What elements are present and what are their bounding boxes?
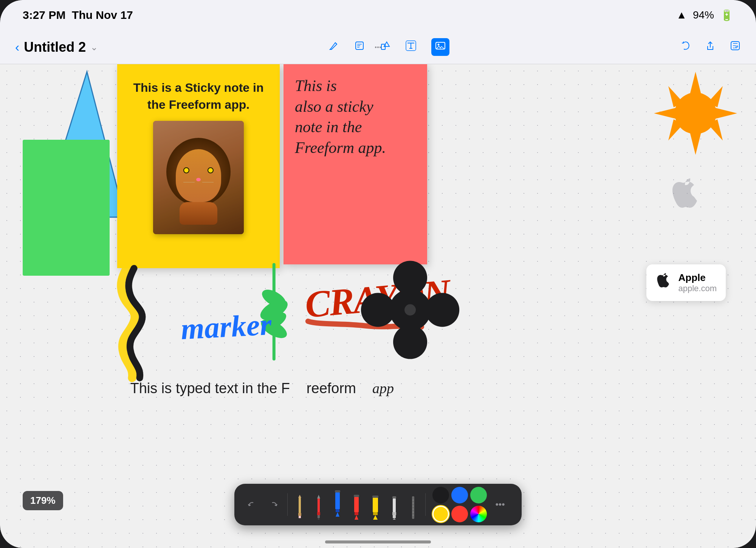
svg-marker-44 [336, 512, 339, 517]
svg-rect-51 [373, 512, 378, 515]
color-black[interactable] [432, 487, 449, 503]
redo-tool-button[interactable] [264, 495, 284, 514]
svg-point-4 [437, 44, 439, 46]
svg-rect-45 [354, 495, 359, 497]
svg-text:This is typed text in the F: This is typed text in the F [130, 380, 290, 396]
marker-blue-tool[interactable] [329, 486, 346, 517]
svg-rect-54 [393, 499, 396, 512]
svg-marker-57 [393, 518, 396, 520]
svg-rect-33 [299, 498, 301, 513]
svg-point-7 [675, 93, 716, 134]
apple-link-logo-icon [655, 273, 672, 293]
document-title: Untitled 2 [24, 39, 86, 55]
status-time: 3:27 PM Thu Nov 17 [23, 9, 133, 22]
svg-rect-38 [317, 512, 320, 515]
svg-marker-52 [373, 515, 378, 520]
svg-rect-50 [373, 498, 378, 512]
toolbar-separator-2 [425, 493, 426, 516]
share-button[interactable] [705, 40, 716, 54]
zoom-level-badge: 179% [23, 491, 63, 510]
svg-point-22 [391, 291, 429, 329]
pen-tool[interactable] [310, 489, 327, 520]
svg-rect-56 [393, 515, 396, 518]
color-blue[interactable] [451, 487, 468, 503]
svg-point-26 [425, 293, 459, 327]
color-red[interactable] [451, 506, 468, 522]
svg-point-16 [257, 296, 291, 324]
marker-red-tool[interactable] [348, 489, 365, 520]
svg-point-24 [393, 325, 427, 359]
svg-point-19 [259, 309, 289, 333]
apple-logo-decoration [669, 178, 703, 213]
svg-rect-55 [392, 512, 396, 515]
apple-link-url: apple.com [678, 284, 717, 293]
cat-photo[interactable] [153, 121, 244, 234]
svg-rect-46 [354, 497, 359, 512]
undo-button[interactable] [680, 40, 691, 54]
apple-link-card[interactable]: Apple apple.com [646, 264, 726, 301]
svg-rect-39 [318, 515, 320, 518]
svg-rect-58 [412, 496, 414, 519]
nav-center-tools [328, 38, 449, 56]
media-tool-button[interactable] [431, 38, 449, 56]
color-palette [432, 487, 487, 522]
svg-marker-40 [318, 518, 320, 520]
battery-percentage: 94% [693, 9, 714, 21]
svg-rect-47 [355, 512, 358, 515]
svg-marker-10 [690, 132, 701, 155]
title-chevron-icon[interactable]: ⌄ [90, 42, 98, 52]
red-sticky-note[interactable]: This isalso a stickynote in theFreeform … [284, 64, 427, 264]
red-sticky-text: This isalso a stickynote in theFreeform … [295, 76, 416, 158]
color-green[interactable] [470, 487, 487, 503]
marker-yellow-tool[interactable] [367, 489, 384, 520]
pen-tool-button[interactable] [328, 40, 339, 54]
back-button[interactable]: ‹ [15, 40, 19, 54]
text-tool-button[interactable] [406, 40, 416, 54]
yellow-sticky-note[interactable]: This is a Sticky note in the Freeform ap… [117, 64, 280, 268]
svg-rect-42 [335, 492, 340, 509]
svg-rect-53 [392, 496, 396, 499]
svg-rect-34 [298, 513, 301, 516]
undo-tool-button[interactable] [242, 495, 262, 514]
svg-text:CRAYON: CRAYON [304, 271, 454, 326]
note-tool-button[interactable] [354, 40, 365, 54]
apple-link-name: Apple [678, 272, 717, 284]
svg-point-25 [361, 293, 395, 327]
svg-point-18 [258, 316, 290, 342]
svg-point-17 [259, 286, 289, 311]
svg-text:marker: marker [180, 308, 273, 346]
svg-marker-32 [298, 495, 301, 498]
nav-dots: ●●● [375, 45, 381, 49]
ruler-tool[interactable] [405, 489, 421, 520]
wifi-icon: ▲ [676, 9, 687, 21]
svg-marker-48 [355, 515, 358, 520]
color-yellow[interactable] [432, 506, 449, 522]
home-indicator [325, 540, 431, 543]
sun-shape[interactable] [650, 68, 741, 160]
svg-point-23 [393, 261, 427, 295]
svg-marker-8 [690, 72, 701, 94]
canvas-area[interactable]: This is a Sticky note in the Freeform ap… [0, 64, 756, 548]
svg-marker-11 [654, 108, 677, 119]
toolbar-more-button[interactable]: ••• [491, 495, 510, 514]
nav-bar: ‹ Untitled 2 ⌄ ●●● [0, 30, 756, 64]
apple-link-info: Apple apple.com [678, 272, 717, 293]
svg-rect-41 [335, 490, 340, 492]
yellow-sticky-text: This is a Sticky note in the Freeform ap… [132, 79, 265, 113]
green-rectangle-shape[interactable] [23, 140, 110, 276]
svg-point-27 [389, 289, 431, 330]
drawing-toolbar: ••• [234, 484, 522, 525]
battery-icon: 🔋 [720, 9, 733, 22]
status-right: ▲ 94% 🔋 [676, 9, 733, 22]
nav-right [680, 40, 741, 54]
eraser-tool[interactable] [386, 489, 403, 520]
svg-rect-35 [299, 516, 301, 518]
svg-text:app: app [372, 380, 394, 396]
svg-text:reeform: reeform [307, 380, 356, 396]
nav-left: ‹ Untitled 2 ⌄ [15, 39, 98, 55]
svg-point-28 [404, 304, 416, 315]
pencil-tool[interactable] [291, 489, 308, 520]
toolbar-separator-1 [287, 493, 288, 516]
edit-button[interactable] [730, 40, 741, 54]
color-rainbow[interactable] [470, 506, 487, 522]
